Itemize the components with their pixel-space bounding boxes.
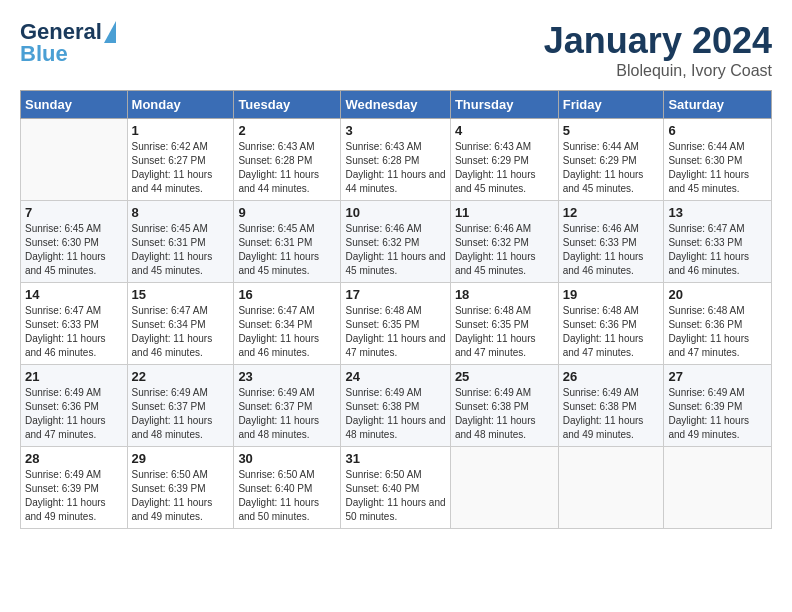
day-info: Sunrise: 6:44 AMSunset: 6:30 PMDaylight:… bbox=[668, 140, 767, 196]
day-info: Sunrise: 6:49 AMSunset: 6:38 PMDaylight:… bbox=[563, 386, 660, 442]
column-header-friday: Friday bbox=[558, 91, 664, 119]
day-number: 1 bbox=[132, 123, 230, 138]
day-number: 23 bbox=[238, 369, 336, 384]
day-info: Sunrise: 6:45 AMSunset: 6:30 PMDaylight:… bbox=[25, 222, 123, 278]
column-header-saturday: Saturday bbox=[664, 91, 772, 119]
day-number: 10 bbox=[345, 205, 445, 220]
day-info: Sunrise: 6:45 AMSunset: 6:31 PMDaylight:… bbox=[132, 222, 230, 278]
day-number: 18 bbox=[455, 287, 554, 302]
day-info: Sunrise: 6:45 AMSunset: 6:31 PMDaylight:… bbox=[238, 222, 336, 278]
day-number: 21 bbox=[25, 369, 123, 384]
page-header: General Blue January 2024 Blolequin, Ivo… bbox=[20, 20, 772, 80]
day-number: 4 bbox=[455, 123, 554, 138]
day-info: Sunrise: 6:44 AMSunset: 6:29 PMDaylight:… bbox=[563, 140, 660, 196]
calendar-cell bbox=[664, 447, 772, 529]
calendar-cell: 15Sunrise: 6:47 AMSunset: 6:34 PMDayligh… bbox=[127, 283, 234, 365]
calendar-cell: 22Sunrise: 6:49 AMSunset: 6:37 PMDayligh… bbox=[127, 365, 234, 447]
day-info: Sunrise: 6:50 AMSunset: 6:39 PMDaylight:… bbox=[132, 468, 230, 524]
day-info: Sunrise: 6:50 AMSunset: 6:40 PMDaylight:… bbox=[238, 468, 336, 524]
calendar-cell: 20Sunrise: 6:48 AMSunset: 6:36 PMDayligh… bbox=[664, 283, 772, 365]
calendar-week-row: 7Sunrise: 6:45 AMSunset: 6:30 PMDaylight… bbox=[21, 201, 772, 283]
calendar-cell: 16Sunrise: 6:47 AMSunset: 6:34 PMDayligh… bbox=[234, 283, 341, 365]
calendar-cell: 24Sunrise: 6:49 AMSunset: 6:38 PMDayligh… bbox=[341, 365, 450, 447]
day-number: 6 bbox=[668, 123, 767, 138]
calendar-cell: 31Sunrise: 6:50 AMSunset: 6:40 PMDayligh… bbox=[341, 447, 450, 529]
calendar-cell: 3Sunrise: 6:43 AMSunset: 6:28 PMDaylight… bbox=[341, 119, 450, 201]
calendar-header-row: SundayMondayTuesdayWednesdayThursdayFrid… bbox=[21, 91, 772, 119]
day-info: Sunrise: 6:48 AMSunset: 6:35 PMDaylight:… bbox=[455, 304, 554, 360]
calendar-week-row: 14Sunrise: 6:47 AMSunset: 6:33 PMDayligh… bbox=[21, 283, 772, 365]
day-number: 11 bbox=[455, 205, 554, 220]
day-number: 7 bbox=[25, 205, 123, 220]
day-number: 28 bbox=[25, 451, 123, 466]
calendar-cell: 9Sunrise: 6:45 AMSunset: 6:31 PMDaylight… bbox=[234, 201, 341, 283]
column-header-sunday: Sunday bbox=[21, 91, 128, 119]
logo-text-blue: Blue bbox=[20, 42, 68, 66]
calendar-cell: 27Sunrise: 6:49 AMSunset: 6:39 PMDayligh… bbox=[664, 365, 772, 447]
day-number: 26 bbox=[563, 369, 660, 384]
day-number: 9 bbox=[238, 205, 336, 220]
calendar-cell: 23Sunrise: 6:49 AMSunset: 6:37 PMDayligh… bbox=[234, 365, 341, 447]
day-info: Sunrise: 6:48 AMSunset: 6:36 PMDaylight:… bbox=[668, 304, 767, 360]
calendar-cell bbox=[450, 447, 558, 529]
calendar-cell: 10Sunrise: 6:46 AMSunset: 6:32 PMDayligh… bbox=[341, 201, 450, 283]
column-header-monday: Monday bbox=[127, 91, 234, 119]
day-number: 17 bbox=[345, 287, 445, 302]
day-number: 5 bbox=[563, 123, 660, 138]
day-info: Sunrise: 6:43 AMSunset: 6:28 PMDaylight:… bbox=[238, 140, 336, 196]
day-number: 12 bbox=[563, 205, 660, 220]
calendar-week-row: 28Sunrise: 6:49 AMSunset: 6:39 PMDayligh… bbox=[21, 447, 772, 529]
calendar-cell: 7Sunrise: 6:45 AMSunset: 6:30 PMDaylight… bbox=[21, 201, 128, 283]
calendar-cell: 11Sunrise: 6:46 AMSunset: 6:32 PMDayligh… bbox=[450, 201, 558, 283]
day-info: Sunrise: 6:43 AMSunset: 6:28 PMDaylight:… bbox=[345, 140, 445, 196]
day-number: 19 bbox=[563, 287, 660, 302]
day-info: Sunrise: 6:46 AMSunset: 6:32 PMDaylight:… bbox=[455, 222, 554, 278]
day-info: Sunrise: 6:49 AMSunset: 6:37 PMDaylight:… bbox=[238, 386, 336, 442]
calendar-table: SundayMondayTuesdayWednesdayThursdayFrid… bbox=[20, 90, 772, 529]
calendar-week-row: 1Sunrise: 6:42 AMSunset: 6:27 PMDaylight… bbox=[21, 119, 772, 201]
day-info: Sunrise: 6:47 AMSunset: 6:34 PMDaylight:… bbox=[132, 304, 230, 360]
day-number: 13 bbox=[668, 205, 767, 220]
calendar-cell: 6Sunrise: 6:44 AMSunset: 6:30 PMDaylight… bbox=[664, 119, 772, 201]
day-number: 16 bbox=[238, 287, 336, 302]
calendar-cell: 29Sunrise: 6:50 AMSunset: 6:39 PMDayligh… bbox=[127, 447, 234, 529]
day-info: Sunrise: 6:47 AMSunset: 6:33 PMDaylight:… bbox=[25, 304, 123, 360]
day-number: 8 bbox=[132, 205, 230, 220]
day-number: 22 bbox=[132, 369, 230, 384]
calendar-cell: 19Sunrise: 6:48 AMSunset: 6:36 PMDayligh… bbox=[558, 283, 664, 365]
calendar-cell bbox=[21, 119, 128, 201]
day-info: Sunrise: 6:48 AMSunset: 6:36 PMDaylight:… bbox=[563, 304, 660, 360]
day-number: 29 bbox=[132, 451, 230, 466]
day-info: Sunrise: 6:49 AMSunset: 6:38 PMDaylight:… bbox=[345, 386, 445, 442]
calendar-cell: 1Sunrise: 6:42 AMSunset: 6:27 PMDaylight… bbox=[127, 119, 234, 201]
day-number: 2 bbox=[238, 123, 336, 138]
day-info: Sunrise: 6:43 AMSunset: 6:29 PMDaylight:… bbox=[455, 140, 554, 196]
calendar-cell: 5Sunrise: 6:44 AMSunset: 6:29 PMDaylight… bbox=[558, 119, 664, 201]
day-info: Sunrise: 6:50 AMSunset: 6:40 PMDaylight:… bbox=[345, 468, 445, 524]
logo-triangle-icon bbox=[104, 21, 116, 43]
day-info: Sunrise: 6:49 AMSunset: 6:36 PMDaylight:… bbox=[25, 386, 123, 442]
calendar-cell: 26Sunrise: 6:49 AMSunset: 6:38 PMDayligh… bbox=[558, 365, 664, 447]
day-number: 15 bbox=[132, 287, 230, 302]
day-number: 31 bbox=[345, 451, 445, 466]
calendar-cell: 4Sunrise: 6:43 AMSunset: 6:29 PMDaylight… bbox=[450, 119, 558, 201]
calendar-cell: 8Sunrise: 6:45 AMSunset: 6:31 PMDaylight… bbox=[127, 201, 234, 283]
calendar-cell: 2Sunrise: 6:43 AMSunset: 6:28 PMDaylight… bbox=[234, 119, 341, 201]
calendar-cell: 17Sunrise: 6:48 AMSunset: 6:35 PMDayligh… bbox=[341, 283, 450, 365]
column-header-wednesday: Wednesday bbox=[341, 91, 450, 119]
calendar-cell: 18Sunrise: 6:48 AMSunset: 6:35 PMDayligh… bbox=[450, 283, 558, 365]
calendar-cell bbox=[558, 447, 664, 529]
day-info: Sunrise: 6:46 AMSunset: 6:32 PMDaylight:… bbox=[345, 222, 445, 278]
calendar-cell: 25Sunrise: 6:49 AMSunset: 6:38 PMDayligh… bbox=[450, 365, 558, 447]
day-number: 14 bbox=[25, 287, 123, 302]
day-number: 27 bbox=[668, 369, 767, 384]
day-info: Sunrise: 6:48 AMSunset: 6:35 PMDaylight:… bbox=[345, 304, 445, 360]
day-number: 3 bbox=[345, 123, 445, 138]
column-header-tuesday: Tuesday bbox=[234, 91, 341, 119]
calendar-cell: 28Sunrise: 6:49 AMSunset: 6:39 PMDayligh… bbox=[21, 447, 128, 529]
calendar-week-row: 21Sunrise: 6:49 AMSunset: 6:36 PMDayligh… bbox=[21, 365, 772, 447]
calendar-cell: 21Sunrise: 6:49 AMSunset: 6:36 PMDayligh… bbox=[21, 365, 128, 447]
day-number: 24 bbox=[345, 369, 445, 384]
location-subtitle: Blolequin, Ivory Coast bbox=[544, 62, 772, 80]
day-info: Sunrise: 6:47 AMSunset: 6:34 PMDaylight:… bbox=[238, 304, 336, 360]
